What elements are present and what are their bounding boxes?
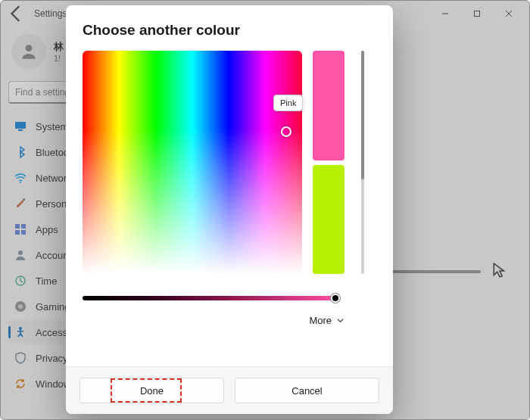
dialog-title: Choose another colour: [83, 22, 381, 39]
bluetooth-icon: [14, 146, 26, 158]
more-label: More: [309, 315, 332, 326]
sidebar-item-label: Time: [36, 275, 57, 287]
done-button[interactable]: Done: [80, 378, 224, 403]
cancel-button[interactable]: Cancel: [235, 378, 379, 403]
maximize-button[interactable]: [461, 3, 493, 24]
sidebar-item-label: Privacy: [36, 353, 68, 364]
profile-name: 林: [54, 40, 64, 54]
svg-point-14: [19, 327, 22, 330]
minimize-button[interactable]: [429, 3, 461, 24]
svg-rect-9: [21, 230, 26, 235]
profile-text: 林 1!: [54, 40, 64, 63]
chevron-down-icon: [336, 316, 344, 325]
update-icon: [14, 378, 26, 390]
svg-point-13: [18, 304, 23, 309]
dialog-scrollbar[interactable]: [361, 51, 364, 274]
window-controls: [429, 3, 525, 24]
wifi-icon: [14, 172, 26, 184]
cursor-large-icon: [491, 262, 508, 282]
spectrum-cursor[interactable]: [281, 126, 292, 137]
more-expander[interactable]: More: [83, 312, 344, 332]
color-spectrum[interactable]: Pink: [83, 51, 302, 274]
color-tooltip: Pink: [273, 95, 303, 111]
arrow-left-icon: [7, 4, 26, 23]
preview-new-color: [313, 51, 344, 160]
monitor-icon: [14, 120, 26, 132]
person-icon: [19, 42, 39, 61]
apps-icon: [14, 223, 26, 235]
value-track: [83, 296, 337, 300]
svg-rect-0: [475, 11, 480, 17]
svg-rect-3: [18, 129, 23, 131]
sidebar-item-label: Gaming: [36, 301, 70, 313]
back-button[interactable]: [7, 4, 26, 23]
sidebar-item-label: System: [36, 121, 68, 132]
scrollbar-thumb[interactable]: [361, 51, 364, 179]
svg-point-4: [20, 182, 21, 183]
paintbrush-icon: [14, 198, 26, 210]
svg-rect-5: [23, 198, 25, 201]
gaming-icon: [14, 300, 26, 313]
close-button[interactable]: [493, 3, 525, 24]
clock-icon: [14, 275, 26, 287]
shield-icon: [14, 352, 26, 364]
sidebar-item-label: Apps: [36, 224, 58, 235]
window-title: Settings: [34, 8, 67, 19]
svg-rect-2: [15, 122, 26, 129]
account-icon: [14, 249, 26, 261]
profile-sub: 1!: [54, 54, 64, 63]
color-picker-dialog: Choose another colour Pink More Done Can…: [66, 5, 393, 414]
accessibility-icon: [14, 326, 26, 338]
value-thumb[interactable]: [331, 294, 340, 303]
svg-rect-8: [15, 230, 20, 235]
value-slider[interactable]: [83, 292, 337, 304]
color-preview-column: [313, 51, 344, 274]
dialog-footer: Done Cancel: [66, 366, 393, 414]
svg-rect-6: [15, 224, 20, 229]
svg-point-10: [18, 250, 23, 255]
svg-rect-7: [21, 224, 26, 229]
avatar: [11, 34, 46, 69]
preview-current-color: [313, 165, 344, 275]
svg-point-1: [26, 45, 33, 51]
